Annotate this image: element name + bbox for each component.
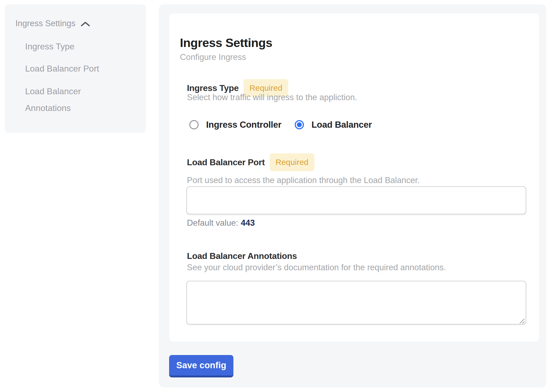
load-balancer-port-heading: Load Balancer Port: [187, 157, 265, 167]
load-balancer-port-heading-row: Load Balancer Port Required: [187, 153, 314, 172]
required-badge: Required: [270, 153, 314, 171]
ingress-settings-card: Ingress Settings Configure Ingress Ingre…: [169, 13, 539, 342]
ingress-type-description: Select how traffic will ingress to the a…: [187, 92, 357, 102]
radio-option-ingress-controller[interactable]: Ingress Controller: [189, 120, 281, 130]
load-balancer-annotations-textarea[interactable]: [186, 281, 526, 325]
sidebar-item-load-balancer-port[interactable]: Load Balancer Port: [25, 64, 99, 73]
settings-nav-sidebar: Ingress Settings Ingress Type Load Balan…: [5, 4, 146, 133]
sidebar-section-label: Ingress Settings: [15, 18, 75, 29]
page-subtitle: Configure Ingress: [180, 52, 246, 62]
default-value-number: 443: [241, 218, 255, 228]
page-title: Ingress Settings: [180, 36, 272, 50]
radio-label-load-balancer: Load Balancer: [311, 120, 372, 130]
load-balancer-port-input[interactable]: [186, 186, 526, 214]
ingress-type-heading: Ingress Type: [187, 83, 239, 93]
main-panel: Ingress Settings Configure Ingress Ingre…: [159, 4, 546, 387]
radio-ingress-controller[interactable]: [189, 120, 199, 129]
load-balancer-annotations-heading: Load Balancer Annotations: [187, 251, 297, 261]
radio-option-load-balancer[interactable]: Load Balancer: [295, 120, 372, 130]
default-value-label: Default value:: [187, 218, 238, 228]
sidebar-section-ingress-settings[interactable]: Ingress Settings: [15, 18, 90, 29]
radio-label-ingress-controller: Ingress Controller: [206, 120, 281, 130]
load-balancer-annotations-description: See your cloud provider’s documentation …: [187, 262, 446, 272]
chevron-up-icon: [81, 22, 90, 26]
radio-load-balancer[interactable]: [295, 120, 304, 129]
sidebar-item-ingress-type[interactable]: Ingress Type: [25, 42, 75, 51]
save-config-button[interactable]: Save config: [169, 355, 233, 377]
sidebar-item-load-balancer-annotations[interactable]: Load Balancer Annotations: [25, 83, 117, 116]
ingress-type-radio-group: Ingress Controller Load Balancer: [169, 120, 539, 130]
page: { "sidebar": { "header_label": "Ingress …: [0, 0, 550, 392]
load-balancer-port-description: Port used to access the application thro…: [187, 175, 420, 185]
default-value-row: Default value: 443: [187, 218, 255, 228]
